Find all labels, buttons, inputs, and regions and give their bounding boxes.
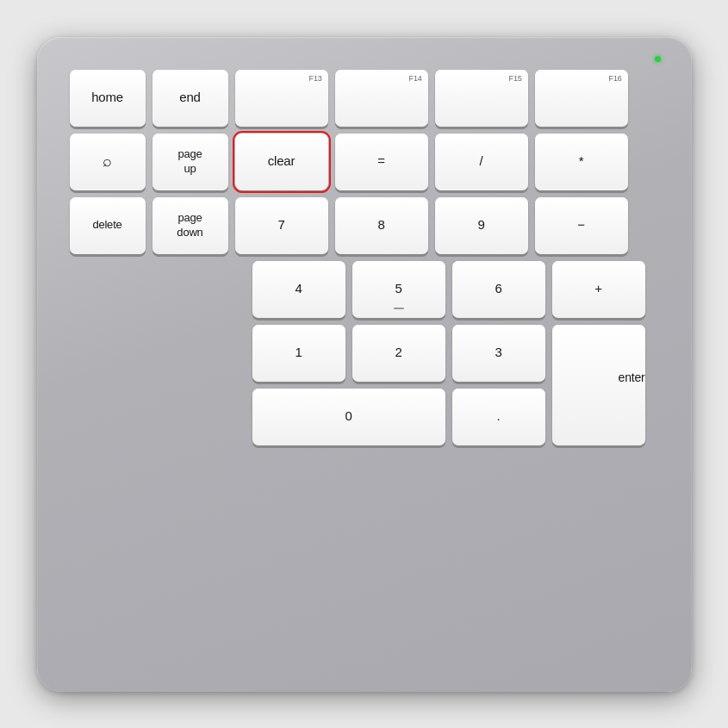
f14-key[interactable]: F14 xyxy=(335,70,428,127)
clear-key[interactable]: clear xyxy=(235,134,328,190)
equals-key[interactable]: = xyxy=(335,134,428,190)
plus-key[interactable]: + xyxy=(552,261,645,318)
row-3: delete pagedown 7 8 9 − xyxy=(70,197,659,254)
row-5: 1 2 3 xyxy=(252,325,545,382)
page-up-key[interactable]: pageup xyxy=(152,134,228,190)
num-123-col: 1 2 3 0 . xyxy=(252,325,545,445)
key-7[interactable]: 7 xyxy=(235,197,328,254)
row-6: 0 . xyxy=(252,389,545,445)
key-2[interactable]: 2 xyxy=(352,325,445,382)
key-0[interactable]: 0 xyxy=(252,389,445,445)
f16-key[interactable]: F16 xyxy=(535,70,628,127)
key-grid: home end F13 F14 F15 F16 ⌕ pag xyxy=(70,70,659,650)
key-6[interactable]: 6 xyxy=(452,261,545,318)
key-8[interactable]: 8 xyxy=(335,197,428,254)
asterisk-key[interactable]: * xyxy=(535,134,628,190)
key-9[interactable]: 9 xyxy=(435,197,528,254)
slash-key[interactable]: / xyxy=(435,134,528,190)
minus-key[interactable]: − xyxy=(535,197,628,254)
key-5[interactable]: 5 xyxy=(352,261,445,318)
key-3[interactable]: 3 xyxy=(452,325,545,382)
row-2: ⌕ pageup clear = / * xyxy=(70,134,659,190)
home-key[interactable]: home xyxy=(70,70,146,127)
keyboard-body: home end F13 F14 F15 F16 ⌕ pag xyxy=(37,37,692,692)
enter-key[interactable]: enter xyxy=(552,325,645,445)
delete-key[interactable]: delete xyxy=(70,197,146,254)
key-4[interactable]: 4 xyxy=(252,261,345,318)
row-5-6-wrapper: 1 2 3 0 . xyxy=(70,325,659,445)
row-1: home end F13 F14 F15 F16 xyxy=(70,70,659,127)
led-indicator xyxy=(655,56,661,62)
f15-key[interactable]: F15 xyxy=(435,70,528,127)
end-key[interactable]: end xyxy=(152,70,228,127)
row-4: 4 5 6 + xyxy=(70,261,659,318)
dot-key[interactable]: . xyxy=(452,389,545,445)
f13-key[interactable]: F13 xyxy=(235,70,328,127)
key-1[interactable]: 1 xyxy=(252,325,345,382)
search-key[interactable]: ⌕ xyxy=(70,134,146,190)
page-down-key[interactable]: pagedown xyxy=(152,197,228,254)
